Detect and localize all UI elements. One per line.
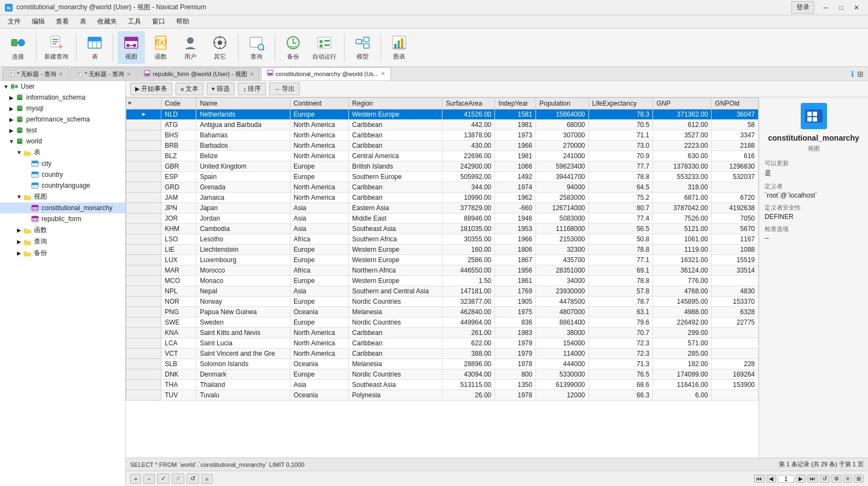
tab-3[interactable]: constitutional_monarchy @world (Us...✕ xyxy=(261,67,391,80)
table-row[interactable]: BRBBarbadosNorth AmericaCaribbean430.001… xyxy=(126,141,759,151)
tree-item-test[interactable]: ▶test xyxy=(0,125,125,136)
tab-close-2[interactable]: ✕ xyxy=(249,71,254,77)
toolbar-btn-图表[interactable]: 图表 xyxy=(386,31,413,64)
minimize-button[interactable]: ─ xyxy=(819,2,833,13)
tree-item-city[interactable]: city xyxy=(0,158,125,169)
toolbar-btn-函数[interactable]: f(x)函数 xyxy=(147,31,174,64)
table-row[interactable]: NORNorwayEuropeNordic Countries323877.00… xyxy=(126,297,759,307)
tree-item-constitutional_monarchy[interactable]: constitutional_monarchy xyxy=(0,202,125,213)
toolbar-btn-新建查询[interactable]: +新建查询 xyxy=(41,31,72,64)
menu-item-帮助[interactable]: 帮助 xyxy=(171,16,195,27)
table-row[interactable]: LUXLuxembourgEuropeWestern Europe2586.00… xyxy=(126,255,759,265)
bottom-btn-3[interactable]: ✗ xyxy=(172,473,184,484)
table-row[interactable]: SWESwedenEuropeNordic Countries449964.00… xyxy=(126,317,759,328)
toolbar-btn-用户[interactable]: 用户 xyxy=(177,31,204,64)
table-row[interactable]: THAThailandAsiaSoutheast Asia513115.0013… xyxy=(126,380,759,390)
tree-item-函数[interactable]: ▶函数 xyxy=(0,224,125,236)
table-row[interactable]: KNASaint Kitts and NevisNorth AmericaCar… xyxy=(126,328,759,338)
tree-item-备份[interactable]: ▶备份 xyxy=(0,247,125,259)
close-button[interactable]: ✕ xyxy=(849,2,864,13)
nav-btn-0[interactable]: ▶ xyxy=(796,475,806,483)
tree-item-information_schema[interactable]: ▶information_schema xyxy=(0,92,125,103)
tree-item-mysql[interactable]: ▶mysql xyxy=(0,103,125,114)
tab-2[interactable]: republic_form @world (User) - 视图✕ xyxy=(138,67,260,80)
col-header-gnp[interactable]: GNP xyxy=(653,98,712,109)
bottom-btn-2[interactable]: ✓ xyxy=(157,473,170,484)
table-row[interactable]: LSOLesothoAfricaSouthern Africa30355.001… xyxy=(126,234,759,245)
col-header-region[interactable]: Region xyxy=(348,98,442,109)
toolbar-btn-自动运行[interactable]: 自动运行 xyxy=(309,31,340,64)
tab-close-0[interactable]: ✕ xyxy=(59,71,63,77)
layout-icon[interactable]: ⊞ xyxy=(857,70,864,78)
tree-item-表[interactable]: ▼表 xyxy=(0,147,125,158)
bottom-btn-4[interactable]: ↺ xyxy=(187,473,199,484)
tab-close-3[interactable]: ✕ xyxy=(381,71,385,77)
table-row[interactable]: KHMCambodiaAsiaSoutheast Asia181035.0019… xyxy=(126,224,759,234)
col-header-surfacearea[interactable]: SurfaceArea xyxy=(442,98,494,109)
tree-item-countrylanguage[interactable]: countrylanguage xyxy=(0,180,125,191)
menu-item-编辑[interactable]: 编辑 xyxy=(26,16,50,27)
info-icon[interactable]: ℹ xyxy=(851,70,854,78)
tab-0[interactable]: * 无标题 - 查询✕ xyxy=(2,67,69,80)
view-btn-⊞[interactable]: ⊞ xyxy=(854,475,864,483)
table-row[interactable]: BLZBelizeNorth AmericaCentral America226… xyxy=(126,151,759,161)
table-row[interactable]: ATGAntigua and BarbudaNorth AmericaCarib… xyxy=(126,120,759,130)
table-row[interactable]: MCOMonacoEuropeWestern Europe1.501861340… xyxy=(126,276,759,286)
menu-item-查看[interactable]: 查看 xyxy=(50,16,74,27)
nav-btn-⏮[interactable]: ⏮ xyxy=(754,475,765,483)
sub-btn-筛选[interactable]: ▾筛选 xyxy=(207,83,235,95)
tab-1[interactable]: * 无标题 - 查询✕ xyxy=(70,67,137,80)
col-header-gnpold[interactable]: GNPOld xyxy=(712,98,759,109)
maximize-button[interactable]: □ xyxy=(834,2,848,13)
login-button[interactable]: 登录 xyxy=(791,1,814,14)
table-row[interactable]: JORJordanAsiaMiddle East88946.0019465083… xyxy=(126,213,759,224)
table-row[interactable]: BHSBahamasNorth AmericaCaribbean13878.00… xyxy=(126,130,759,141)
menu-item-表[interactable]: 表 xyxy=(74,16,92,27)
col-header-continent[interactable]: Continent xyxy=(290,98,348,109)
table-row[interactable]: DNKDenmarkEuropeNordic Countries43094.00… xyxy=(126,369,759,380)
table-row[interactable]: ESPSpainEuropeSouthern Europe505992.0014… xyxy=(126,172,759,182)
toolbar-btn-其它[interactable]: 其它 xyxy=(206,31,234,64)
table-row[interactable]: SLBSolomon IslandsOceaniaMelanesia28896.… xyxy=(126,359,759,369)
nav-btn-2[interactable]: ↺ xyxy=(820,475,830,483)
menu-item-文件[interactable]: 文件 xyxy=(2,16,26,27)
tree-item-performance_schema[interactable]: ▶performance_schema xyxy=(0,114,125,125)
table-row[interactable]: JAMJamaicaNorth AmericaCaribbean10990.00… xyxy=(126,193,759,203)
table-row[interactable]: GRDGrenadaNorth AmericaCaribbean344.0019… xyxy=(126,182,759,193)
bottom-btn-0[interactable]: + xyxy=(130,474,141,484)
col-header-name[interactable]: Name xyxy=(196,98,290,109)
table-row[interactable]: LCASaint LuciaNorth AmericaCaribbean622.… xyxy=(126,338,759,349)
tree-item-查询[interactable]: ▶查询 xyxy=(0,236,125,247)
tree-item-world[interactable]: ▼world xyxy=(0,136,125,147)
page-input[interactable] xyxy=(778,475,794,483)
tree-item-User[interactable]: ▼User xyxy=(0,81,125,92)
table-row[interactable]: NPLNepalAsiaSouthern and Central Asia147… xyxy=(126,286,759,297)
nav-btn-1[interactable]: ⏭ xyxy=(807,475,818,483)
table-row[interactable]: JPNJapanAsiaEastern Asia377829.00-660126… xyxy=(126,203,759,213)
col-header-indepyear[interactable]: IndepYear xyxy=(495,98,536,109)
bottom-btn-5[interactable]: ■ xyxy=(201,474,213,484)
table-row[interactable]: VCTSaint Vincent and the GreNorth Americ… xyxy=(126,349,759,359)
menu-item-收藏夹[interactable]: 收藏夹 xyxy=(92,16,123,27)
col-header-lifeexpectancy[interactable]: LifeExpectancy xyxy=(589,98,653,109)
toolbar-btn-查询[interactable]: 查询 xyxy=(243,31,270,64)
sub-btn-文本[interactable]: ≡文本 xyxy=(176,83,203,95)
nav-btn-◀[interactable]: ◀ xyxy=(766,475,776,483)
sub-btn-导出[interactable]: →导出 xyxy=(269,83,300,95)
col-header-code[interactable]: Code xyxy=(161,98,196,109)
table-row[interactable]: TUVTuvaluOceaniaPolynesia26.001978120006… xyxy=(126,390,759,401)
toolbar-btn-备份[interactable]: 备份 xyxy=(279,31,307,64)
menu-item-窗口[interactable]: 窗口 xyxy=(147,16,171,27)
table-row[interactable]: NLDNetherlandsEuropeWestern Europe41526.… xyxy=(126,109,759,120)
table-row[interactable]: LIELiechtensteinEuropeWestern Europe160.… xyxy=(126,245,759,255)
tab-close-1[interactable]: ✕ xyxy=(126,71,131,77)
table-row[interactable]: GBRUnited KingdomEuropeBritish Islands24… xyxy=(126,161,759,172)
toolbar-btn-表[interactable]: 表 xyxy=(81,31,108,64)
table-row[interactable]: MARMoroccoAfricaNorthern Africa446550.00… xyxy=(126,265,759,276)
toolbar-btn-连接[interactable]: 连接 xyxy=(4,31,32,64)
tree-item-country[interactable]: country xyxy=(0,169,125,180)
bottom-btn-1[interactable]: − xyxy=(143,474,154,484)
sub-btn-开始事务[interactable]: ▶开始事务 xyxy=(130,83,172,95)
tree-item-视图[interactable]: ▼视图 xyxy=(0,191,125,202)
sub-btn-排序[interactable]: ↕排序 xyxy=(238,83,266,95)
